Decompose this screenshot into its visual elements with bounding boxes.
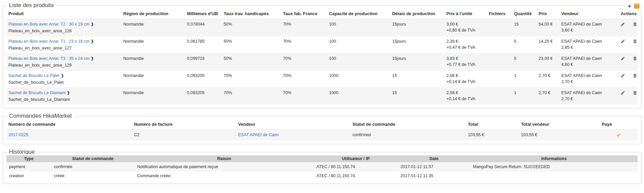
product-price: 23,00 € [539,56,553,61]
history-section: Historique Type Statut de commande Raiso… [3,149,641,184]
delete-icon[interactable] [633,73,637,78]
history-status: créée [54,173,64,178]
edit-icon[interactable] [621,22,625,27]
table-row: Sachet de Biscuits Le Diamant❯ Sachet_de… [6,88,638,105]
product-france-rate: 70% [283,56,291,61]
history-date: 2017-01-12 11:35 [400,173,433,178]
col-header-quantite: Quantité [512,9,536,19]
product-ub: 0,093205 [187,73,205,78]
history-reason: Commande créée [137,173,170,178]
delete-icon[interactable] [633,39,637,44]
section-title-products: Liste des produits [7,2,56,9]
order-vendor-link[interactable]: ESAT APAEI de Caen [238,132,279,137]
order-vendor-total: 103,55 € [521,132,537,137]
package-icon[interactable] [634,3,640,9]
product-region: Normandie [123,56,144,61]
col-header-vendeur: Vendeur [559,9,619,19]
history-header-row: Type Statut de commande Raison Utilisate… [6,155,638,162]
history-status: confirmée [54,164,72,169]
history-date: 2017-01-12 11:37 [400,164,433,169]
product-quantity: 5 [514,39,516,44]
product-code: Plateau_en_bois_avec_anse_128 [8,29,119,33]
product-region: Normandie [123,73,144,78]
product-delay: 15jours [392,56,406,61]
col-header-taux-france: Taux fab. France [281,9,327,19]
col-header-paid: Payé [600,119,638,130]
table-row: Plateau en Bois avec Anse: T3 : 35 x 24 … [6,53,638,71]
edit-icon[interactable] [621,73,625,78]
product-handicap-rate: 50% [224,39,232,44]
products-toolbar [627,3,640,9]
product-code: Plateau_en_bois_avec_anse_127 [8,46,119,50]
col-header-informations: Informations [470,155,638,162]
product-vendor: ESAT APAEI de Caen [561,73,617,78]
orders-header-row: Numéro de commande Numéro de facture Ven… [6,119,638,130]
edit-icon[interactable] [621,39,625,44]
history-type: payment [9,164,25,169]
product-vendor-amount: 3,60 € [561,28,617,33]
product-capacity: 100 [329,39,336,44]
chevron-right-icon[interactable]: ❯ [91,22,94,26]
product-capacity: 100 [329,22,336,27]
product-ub: 0,093205 [187,90,205,95]
delete-icon[interactable] [633,90,637,95]
product-vendor-amount: 2,70 € [561,96,617,101]
product-link[interactable]: Sachet de Biscuits Le Palet [8,73,59,78]
col-header-invoice-number: Numéro de facture [132,119,236,130]
product-handicap-rate: 50% [224,22,232,27]
product-code: Sachet_de_biscuits_Le_Palet [8,80,119,85]
chevron-right-icon[interactable]: ❯ [91,39,94,43]
product-price: 2,70 € [539,73,550,78]
orders-table: Numéro de commande Numéro de facture Ven… [6,119,638,141]
product-unit-price: 3,83 € [446,56,485,61]
col-header-produit: Produit [6,9,121,19]
order-number-link[interactable]: 2017-0225 [8,132,29,137]
history-type: creation [9,173,24,178]
history-informations: MangoPay Secure Return: SUCCEEDED [473,164,550,169]
table-row: Sachet de Biscuits Le Palet❯ Sachet_de_b… [6,71,638,88]
col-header-type: Type [6,155,51,162]
col-header-history-status: Statut de commande [51,155,135,162]
table-row: Plateau en Bois avec Anse: T1 : 23 x 16 … [6,36,638,53]
product-link[interactable]: Sachet de Biscuits Le Diamant [8,90,65,95]
history-user-ip: ATEC / 80.11.150.74 [317,173,355,178]
delete-icon[interactable] [633,56,637,61]
product-price: 54,00 € [539,22,553,27]
product-region: Normandie [123,22,144,27]
product-unit-price: 2,38 € [446,39,485,44]
product-link[interactable]: Plateau en Bois avec Anse: T3 : 35 x 24 … [8,56,90,61]
product-delay: 15 [392,90,397,95]
products-section: Liste des produits Pr [3,2,641,108]
product-region: Normandie [123,39,144,44]
col-header-fichiers: Fichiers [487,9,512,19]
col-header-taux-handicapes: Taux trav. handicapés [222,9,281,19]
chevron-right-icon[interactable]: ❯ [67,90,70,94]
product-vendor: ESAT APAEI de Caen [561,56,617,61]
product-ub: 0,061785 [187,39,205,44]
product-vendor-amount: 2,85 € [561,45,617,50]
chevron-right-icon[interactable]: ❯ [91,56,94,60]
col-header-date: Date [398,155,470,162]
col-header-order-number: Numéro de commande [6,119,132,130]
product-capacity: 1000 [329,73,338,78]
product-link[interactable]: Plateau en Bois avec Anse: T2 : 30 x 19 … [8,22,90,27]
chevron-right-icon[interactable]: ❯ [61,73,64,77]
product-unit-price: 2,56 € [446,90,485,95]
paid-check-icon: ✔ [616,132,621,138]
col-header-vendor-total: Total vendeur [519,119,600,130]
products-table: Produit Région de production Millièmes d… [6,9,638,105]
history-user-ip: ATEC / 80.11.150.74 [317,164,355,169]
delete-icon[interactable] [633,22,637,27]
product-unit-price: 2,56 € [446,73,485,78]
product-link[interactable]: Plateau en Bois avec Anse: T1 : 23 x 16 … [8,39,90,44]
col-header-ub: Millièmes d'UB [185,9,222,19]
product-handicap-rate: 70% [224,90,232,95]
product-code: Plateau_en_bois_avec_anse_129 [8,63,119,68]
product-vendor: ESAT APAEI de Caen [561,22,617,27]
edit-icon[interactable] [621,56,625,61]
product-france-rate: 70% [283,73,291,78]
edit-icon[interactable] [621,90,625,95]
add-plus-icon[interactable] [627,4,632,9]
section-title-orders: Commandes HikaMarket [7,113,74,119]
product-unit-price-tax: +0,77 € de TVA [446,62,485,67]
